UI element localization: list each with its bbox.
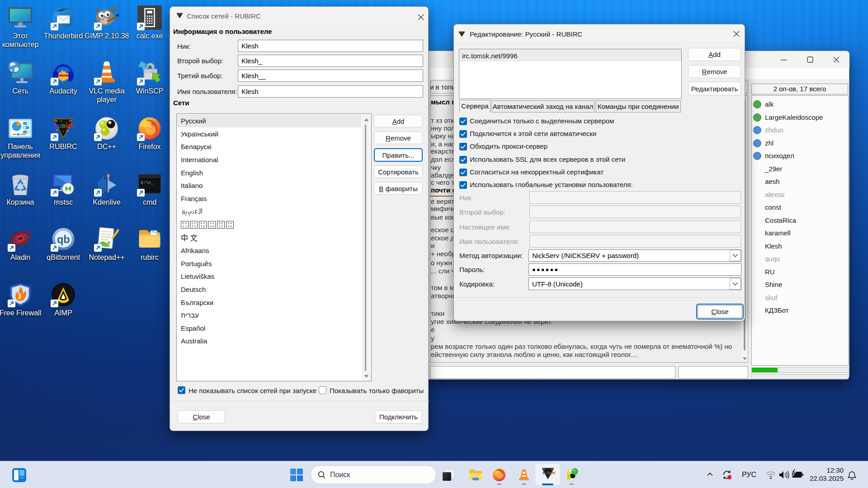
svg-text:qb: qb (57, 234, 70, 245)
svg-text:C:\>_: C:\>_ (141, 180, 153, 185)
svg-text:RUBIRC: RUBIRC (542, 471, 556, 475)
svg-text:RUBIRC: RUBIRC (54, 123, 75, 129)
